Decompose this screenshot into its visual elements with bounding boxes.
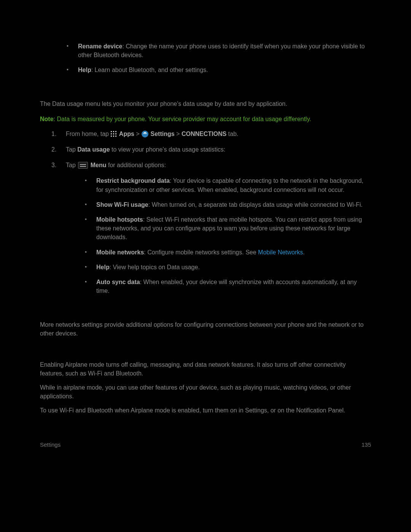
- text: Tap: [66, 162, 77, 168]
- step-number: 1.: [51, 129, 56, 138]
- footer-section: Settings: [40, 441, 61, 448]
- term: Show Wi-Fi usage: [96, 201, 148, 208]
- menu-options-list: Restrict background data: Your device is…: [66, 176, 371, 295]
- term: Auto sync data: [96, 279, 140, 285]
- term: Rename device: [78, 43, 123, 50]
- term: Mobile hotspots: [96, 216, 143, 223]
- settings-label: Settings: [151, 131, 175, 137]
- step-number: 2.: [51, 145, 56, 154]
- svg-rect-6: [111, 136, 112, 137]
- page-footer: Settings 135: [40, 441, 371, 448]
- step-number: 3.: [51, 161, 56, 169]
- menu-icon: [78, 162, 88, 169]
- list-item: Mobile hotspots: Select Wi-Fi networks t…: [85, 215, 371, 242]
- apps-label: Apps: [119, 131, 134, 137]
- term: Restrict background data: [96, 177, 170, 184]
- svg-rect-3: [111, 133, 112, 134]
- heading-airplane-mode: Airplane Mode: [40, 345, 371, 355]
- step-3: 3. Tap Menu for additional options: Rest…: [51, 161, 371, 295]
- list-item: Help: Learn about Bluetooth, and other s…: [67, 66, 371, 74]
- svg-rect-4: [113, 133, 114, 134]
- desc-post: .: [303, 249, 304, 256]
- step-1: 1. From home, tap Apps > Settings > CONN…: [51, 129, 371, 138]
- step-2: 2. Tap Data usage to view your phone's d…: [51, 145, 371, 154]
- list-item: Auto sync data: When enabled, your devic…: [85, 278, 371, 295]
- desc: : Learn about Bluetooth, and other setti…: [91, 67, 208, 73]
- svg-rect-0: [111, 131, 112, 132]
- svg-rect-2: [115, 131, 116, 132]
- svg-rect-7: [113, 136, 114, 137]
- tail: for additional options:: [106, 162, 166, 168]
- heading-data-usage: Data Usage: [40, 82, 371, 94]
- note: Note: Data is measured by your phone. Yo…: [40, 115, 371, 123]
- sep: >: [134, 131, 141, 137]
- menu-label: Menu: [91, 162, 107, 168]
- mobile-networks-link[interactable]: Mobile Networks: [258, 249, 303, 256]
- more-networks-intro: More networks settings provide additiona…: [40, 320, 371, 338]
- connections-label: CONNECTIONS: [182, 131, 226, 137]
- page-content: Rename device: Change the name your phon…: [40, 42, 371, 420]
- svg-point-10: [144, 133, 146, 135]
- text: From home, tap: [66, 131, 110, 137]
- desc: : When turned on, a separate tab display…: [148, 201, 363, 208]
- term: Help: [96, 264, 110, 270]
- svg-rect-5: [115, 133, 116, 134]
- svg-rect-1: [113, 131, 114, 132]
- steps-list: 1. From home, tap Apps > Settings > CONN…: [40, 129, 371, 295]
- text: Tap: [66, 146, 77, 153]
- list-item: Mobile networks: Configure mobile networ…: [85, 248, 371, 257]
- list-item: Show Wi-Fi usage: When turned on, a sepa…: [85, 200, 371, 209]
- page-number: 135: [362, 441, 371, 448]
- airplane-p3: To use Wi-Fi and Bluetooth when Airplane…: [40, 406, 371, 415]
- svg-rect-8: [115, 136, 116, 137]
- note-text: : Data is measured by your phone. Your s…: [54, 116, 311, 122]
- list-item: Rename device: Change the name your phon…: [67, 42, 371, 59]
- data-usage-label: Data usage: [77, 146, 110, 153]
- desc: : View help topics on Data usage.: [110, 264, 200, 270]
- apps-grid-icon: [110, 131, 117, 137]
- desc-pre: : Configure mobile networks settings. Se…: [144, 249, 258, 256]
- data-usage-intro: The Data usage menu lets you monitor you…: [40, 99, 371, 108]
- list-item: Restrict background data: Your device is…: [85, 176, 371, 194]
- tail: to view your phone's data usage statisti…: [110, 146, 226, 153]
- airplane-p2: While in airplane mode, you can use othe…: [40, 383, 371, 401]
- bluetooth-options-list: Rename device: Change the name your phon…: [40, 42, 371, 75]
- settings-gear-icon: [141, 130, 149, 138]
- tail: tab.: [226, 131, 238, 137]
- heading-more-networks: More Networks: [40, 303, 371, 315]
- airplane-p1: Enabling Airplane mode turns off calling…: [40, 360, 371, 378]
- term: Mobile networks: [96, 249, 144, 256]
- term: Help: [78, 67, 91, 73]
- list-item: Help: View help topics on Data usage.: [85, 263, 371, 272]
- sep: >: [175, 131, 182, 137]
- note-label: Note: [40, 116, 54, 122]
